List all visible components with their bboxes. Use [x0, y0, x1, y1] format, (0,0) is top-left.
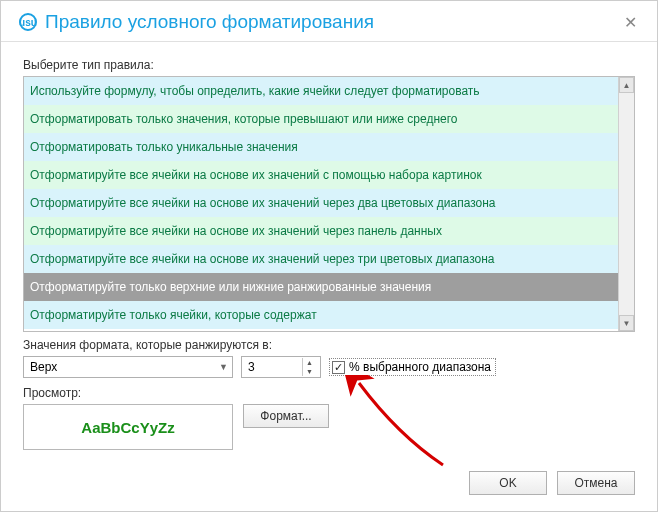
scrollbar[interactable]: ▲ ▼ — [618, 77, 634, 331]
format-button[interactable]: Формат... — [243, 404, 329, 428]
ok-button[interactable]: OK — [469, 471, 547, 495]
dialog-body: Выберите тип правила: Используйте формул… — [1, 42, 657, 450]
percent-checkbox-label: % выбранного диапазона — [349, 360, 491, 374]
rule-item[interactable]: Отформатируйте все ячейки на основе их з… — [24, 217, 618, 245]
rule-item[interactable]: Отформатировать только значения, которые… — [24, 105, 618, 133]
rule-item[interactable]: Отформатируйте только ячейки, которые со… — [24, 301, 618, 329]
rule-item[interactable]: Отформатируйте все ячейки на основе их з… — [24, 189, 618, 217]
dialog-window: usu Правило условного форматирования ✕ В… — [0, 0, 658, 512]
preview-label: Просмотр: — [23, 386, 635, 400]
direction-select[interactable]: Верх ▼ — [23, 356, 233, 378]
spinner-down-icon[interactable]: ▼ — [303, 367, 316, 376]
rule-item[interactable]: Отформатировать только уникальные значен… — [24, 133, 618, 161]
close-icon[interactable]: ✕ — [620, 13, 641, 32]
dialog-footer: OK Отмена — [469, 471, 635, 495]
chevron-up-icon: ▲ — [623, 81, 631, 90]
percent-checkbox-group[interactable]: ✓ % выбранного диапазона — [329, 358, 496, 376]
spinner-up-icon[interactable]: ▲ — [303, 358, 316, 367]
count-spinner[interactable]: 3 ▲ ▼ — [241, 356, 321, 378]
percent-checkbox[interactable]: ✓ — [332, 361, 345, 374]
spinner-buttons: ▲ ▼ — [302, 358, 316, 376]
scroll-up-button[interactable]: ▲ — [619, 77, 634, 93]
titlebar: usu Правило условного форматирования ✕ — [1, 1, 657, 42]
scroll-down-button[interactable]: ▼ — [619, 315, 634, 331]
preview-box: AaBbCcYyZz — [23, 404, 233, 450]
chevron-down-icon: ▼ — [623, 319, 631, 328]
rule-item[interactable]: Отформатируйте только верхние или нижние… — [24, 273, 618, 301]
dialog-title: Правило условного форматирования — [45, 11, 620, 33]
rule-item[interactable]: Отформатируйте все ячейки на основе их з… — [24, 245, 618, 273]
select-rule-label: Выберите тип правила: — [23, 58, 635, 72]
format-values-label: Значения формата, которые ранжируются в: — [23, 338, 635, 352]
count-value: 3 — [248, 360, 255, 374]
rule-type-list: Используйте формулу, чтобы определить, к… — [23, 76, 635, 332]
app-icon: usu — [19, 13, 37, 31]
preview-row: AaBbCcYyZz Формат... — [23, 404, 635, 450]
direction-value: Верх — [30, 360, 57, 374]
rule-list-inner: Используйте формулу, чтобы определить, к… — [24, 77, 618, 331]
rule-item[interactable]: Используйте формулу, чтобы определить, к… — [24, 77, 618, 105]
rule-item[interactable]: Отформатируйте все ячейки на основе их з… — [24, 161, 618, 189]
rank-controls-row: Верх ▼ 3 ▲ ▼ ✓ % выбранного диапазона — [23, 356, 635, 378]
cancel-button[interactable]: Отмена — [557, 471, 635, 495]
chevron-down-icon: ▼ — [219, 362, 228, 372]
